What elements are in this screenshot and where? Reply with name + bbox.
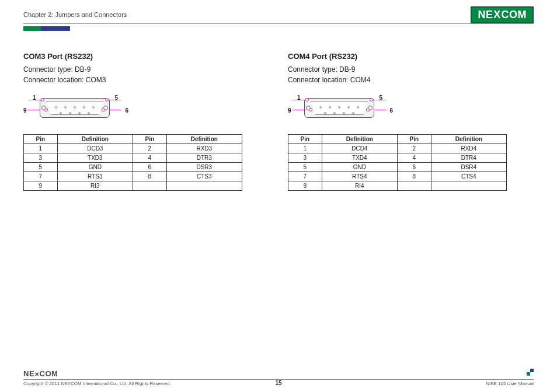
- table-header: Pin: [24, 135, 58, 144]
- table-cell: RTS3: [57, 172, 133, 181]
- table-cell: 6: [133, 163, 166, 172]
- table-row: 7RTS38CTS3: [24, 172, 242, 181]
- table-header: Definition: [431, 135, 506, 144]
- table-cell: DTR3: [166, 153, 242, 163]
- footer: NE✕COM Copyright © 2011 NEXCOM Internati…: [23, 369, 534, 386]
- table-row: 9RI4: [288, 181, 507, 191]
- table-cell: RI3: [57, 181, 133, 191]
- table-cell: GND: [57, 163, 133, 172]
- pin-label-9: 9: [23, 107, 27, 114]
- marker-dot: [105, 98, 109, 102]
- table-row: 5GND6DSR3: [24, 163, 242, 172]
- table-cell: DTR4: [431, 153, 506, 163]
- table-cell: 4: [133, 153, 166, 163]
- connector-location: Connector location: COM4: [288, 75, 524, 85]
- connector-type: Connector type: DB-9: [23, 64, 260, 75]
- table-header: Pin: [133, 135, 166, 144]
- marker-dot: [44, 108, 48, 111]
- table-header: Pin: [288, 135, 322, 144]
- header-rule: [23, 23, 534, 24]
- table-cell: [166, 181, 242, 191]
- table-cell: 1: [288, 144, 322, 153]
- table-cell: RXD4: [431, 144, 506, 153]
- table-row: 3TXD34DTR3: [24, 153, 242, 163]
- table-row: 1DCD42RXD4: [288, 144, 507, 153]
- table-cell: 2: [397, 144, 431, 153]
- table-cell: RI4: [322, 181, 397, 191]
- table-row: 3TXD44DTR4: [288, 153, 507, 163]
- db9-diagram: 1596: [288, 93, 393, 123]
- table-cell: 8: [133, 172, 166, 181]
- table-cell: CTS4: [431, 172, 506, 181]
- db9-outline: [40, 98, 110, 118]
- pin-label-9: 9: [288, 107, 291, 114]
- table-cell: 9: [24, 181, 58, 191]
- table-row: 7RTS48CTS4: [288, 172, 507, 181]
- doc-title: NISE 103 User Manual: [486, 381, 534, 386]
- footer-logo: NE✕COM: [23, 369, 534, 378]
- table-cell: DCD3: [57, 144, 133, 153]
- pin-table: PinDefinitionPinDefinition1DCD42RXD43TXD…: [288, 134, 507, 191]
- table-cell: CTS3: [166, 172, 242, 181]
- pin-table: PinDefinitionPinDefinition1DCD32RXD33TXD…: [23, 134, 242, 191]
- table-header: Definition: [57, 135, 133, 144]
- table-cell: 5: [24, 163, 58, 172]
- table-cell: 1: [24, 144, 58, 153]
- pin-label-6: 6: [389, 107, 393, 114]
- chapter-title: Chapter 2: Jumpers and Connectors: [23, 11, 127, 18]
- marker-dot: [102, 108, 105, 111]
- table-header: Definition: [322, 135, 397, 144]
- table-cell: DSR4: [431, 163, 506, 172]
- port-section: COM3 Port (RS232)Connector type: DB-9Con…: [23, 52, 260, 191]
- table-cell: RXD3: [166, 144, 242, 153]
- marker-dot: [41, 98, 44, 102]
- blue-accent: [41, 26, 70, 31]
- table-cell: [431, 181, 506, 191]
- marker-dot: [370, 98, 373, 102]
- db9-diagram: 1596: [23, 93, 128, 123]
- table-header: Definition: [166, 135, 242, 144]
- table-cell: 6: [397, 163, 431, 172]
- table-cell: 3: [24, 153, 58, 163]
- logo-text: NEXCOM: [478, 9, 527, 21]
- table-cell: [133, 181, 166, 191]
- table-cell: 3: [288, 153, 322, 163]
- table-cell: TXD4: [322, 153, 397, 163]
- page-number: 15: [275, 380, 281, 386]
- port-section: COM4 Port (RS232)Connector type: DB-9Con…: [288, 52, 524, 191]
- marker-dot: [309, 108, 312, 111]
- table-cell: 7: [24, 172, 58, 181]
- table-row: 9RI3: [24, 181, 242, 191]
- marker-dot: [366, 108, 370, 111]
- marker-dot: [305, 98, 309, 102]
- table-cell: 7: [288, 172, 322, 181]
- pin-label-6: 6: [125, 107, 128, 114]
- table-cell: 8: [397, 172, 431, 181]
- table-row: 1DCD32RXD3: [24, 144, 242, 153]
- db9-outline: [304, 98, 374, 118]
- table-cell: GND: [322, 163, 397, 172]
- table-cell: 2: [133, 144, 166, 153]
- table-cell: RTS4: [322, 172, 397, 181]
- section-title: COM4 Port (RS232): [288, 52, 524, 61]
- table-cell: DSR3: [166, 163, 242, 172]
- table-row: 5GND6DSR4: [288, 163, 507, 172]
- copyright-text: Copyright © 2011 NEXCOM International Co…: [23, 381, 171, 386]
- connector-location: Connector location: COM3: [23, 75, 260, 85]
- table-cell: 9: [288, 181, 322, 191]
- db9-inner: [46, 101, 103, 115]
- table-cell: 5: [288, 163, 322, 172]
- table-cell: 4: [397, 153, 431, 163]
- table-header: Pin: [397, 135, 431, 144]
- db9-inner: [311, 101, 368, 115]
- table-cell: [397, 181, 431, 191]
- section-title: COM3 Port (RS232): [23, 52, 260, 61]
- table-cell: DCD4: [322, 144, 397, 153]
- green-accent: [23, 26, 41, 31]
- connector-type: Connector type: DB-9: [288, 64, 524, 75]
- table-cell: TXD3: [57, 153, 133, 163]
- nexcom-logo: NEXCOM: [471, 6, 534, 23]
